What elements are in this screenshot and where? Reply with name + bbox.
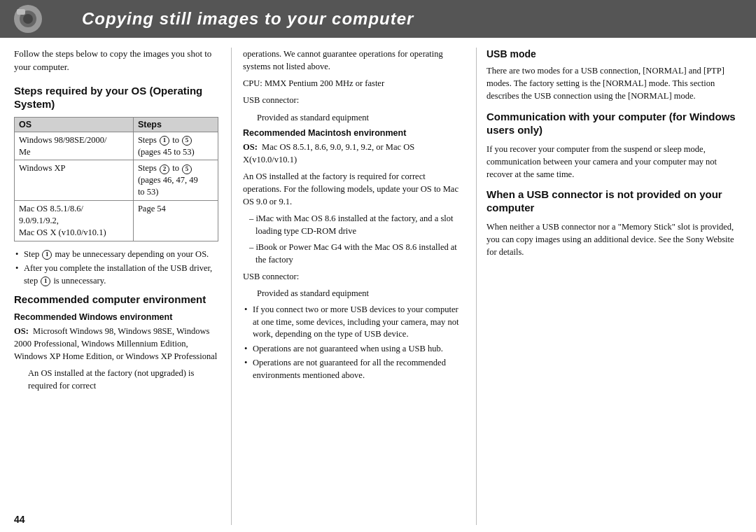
usb-mode-text: There are two modes for a USB connection… (486, 64, 742, 102)
usb-no-connector-text: When neither a USB connector nor a "Memo… (486, 220, 742, 258)
mac-os-text: OS: Mac OS 8.5.1, 8.6, 9.0, 9.1, 9.2, or… (243, 141, 465, 166)
list-item: Step 1 may be unnecessary depending on y… (14, 248, 218, 261)
cpu-label: CPU: MMX Pentium 200 MHz or faster (243, 78, 384, 88)
list-item: Operations are not guaranteed for all th… (243, 357, 465, 382)
bottom-bullets: If you connect two or more USB devices t… (243, 304, 465, 382)
list-item: If you connect two or more USB devices t… (243, 304, 465, 341)
usb-connector-label: USB connector: (243, 94, 465, 106)
usb-no-connector-title: When a USB connector is not provided on … (486, 188, 742, 215)
circle-1: 1 (160, 136, 169, 146)
win-continued: operations. We cannot guarantee operatio… (243, 48, 465, 73)
table-header-os: OS (15, 117, 134, 132)
cpu-text: CPU: MMX Pentium 200 MHz or faster (243, 77, 465, 90)
comm-text: If you recover your computer from the su… (486, 143, 742, 181)
comm-title: Communication with your computer (for Wi… (486, 110, 742, 137)
mac-note: An OS installed at the factory is requir… (243, 170, 465, 208)
mac-dash2: – iBook or Power Mac G4 with the Mac OS … (243, 241, 465, 266)
win-os-label: OS: (14, 326, 29, 336)
list-item: Operations are not guaranteed when using… (243, 343, 465, 356)
win-os-text: OS: Microsoft Windows 98, Windows 98SE, … (14, 325, 218, 363)
circle-2: 2 (160, 164, 169, 174)
col-mid: operations. We cannot guarantee operatio… (231, 48, 476, 525)
win-os-note: An OS installed at the factory (not upgr… (14, 367, 218, 392)
page-number: 44 (14, 514, 25, 525)
list-item: After you complete the installation of t… (14, 262, 218, 287)
svg-rect-3 (17, 9, 25, 15)
content-area: Follow the steps below to copy the image… (0, 38, 756, 532)
win-os-value: Microsoft Windows 98, Windows 98SE, Wind… (14, 326, 217, 361)
usb-value: Provided as standard equipment (243, 111, 465, 124)
mac-usb-value: Provided as standard equipment (243, 287, 465, 300)
mac-dash1: – iMac with Mac OS 8.6 installed at the … (243, 212, 465, 237)
os-steps-table: OS Steps Windows 98/98SE/2000/Me Steps 1… (14, 117, 218, 241)
table-row: Windows 98/98SE/2000/Me Steps 1 to 5(pag… (15, 132, 218, 160)
table-row: Mac OS 8.5.1/8.6/9.0/9.1/9.2,Mac OS X (v… (15, 201, 218, 241)
camera-icon (13, 4, 43, 34)
table-header-steps: Steps (133, 117, 218, 132)
table-cell-steps: Page 54 (133, 201, 218, 241)
usb-mode-title: USB mode (486, 48, 742, 60)
circle-1b: 1 (42, 250, 52, 260)
table-cell-os: Mac OS 8.5.1/8.6/9.0/9.1/9.2,Mac OS X (v… (15, 201, 134, 241)
usb-label: USB connector: (243, 95, 299, 105)
mac-os-value: Mac OS 8.5.1, 8.6, 9.0, 9.1, 9.2, or Mac… (243, 142, 414, 164)
section2-title: Recommended computer environment (14, 293, 218, 307)
header-banner: Copying still images to your computer (0, 0, 756, 38)
table-row: Windows XP Steps 2 to 5(pages 46, 47, 49… (15, 160, 218, 201)
section1-title: Steps required by your OS (Operating Sys… (14, 84, 218, 111)
steps-bullets: Step 1 may be unnecessary depending on y… (14, 248, 218, 288)
col-left: Follow the steps below to copy the image… (14, 48, 231, 525)
mac-os-label: OS: (243, 142, 258, 152)
page-title: Copying still images to your computer (82, 9, 414, 29)
page: Copying still images to your computer Fo… (0, 0, 756, 532)
mac-env-subtitle: Recommended Macintosh environment (243, 128, 465, 138)
circle-5b: 5 (182, 164, 192, 174)
svg-point-2 (23, 14, 33, 24)
table-cell-steps: Steps 1 to 5(pages 45 to 53) (133, 132, 218, 160)
table-cell-os: Windows XP (15, 160, 134, 201)
table-cell-steps: Steps 2 to 5(pages 46, 47, 49to 53) (133, 160, 218, 201)
circle-1c: 1 (41, 276, 50, 286)
table-cell-os: Windows 98/98SE/2000/Me (15, 132, 134, 160)
mac-usb-label: USB connector: (243, 270, 465, 283)
intro-text: Follow the steps below to copy the image… (14, 48, 218, 74)
circle-5a: 5 (182, 136, 192, 146)
win-env-subtitle: Recommended Windows environment (14, 312, 218, 322)
col-right: USB mode There are two modes for a USB c… (476, 48, 742, 525)
